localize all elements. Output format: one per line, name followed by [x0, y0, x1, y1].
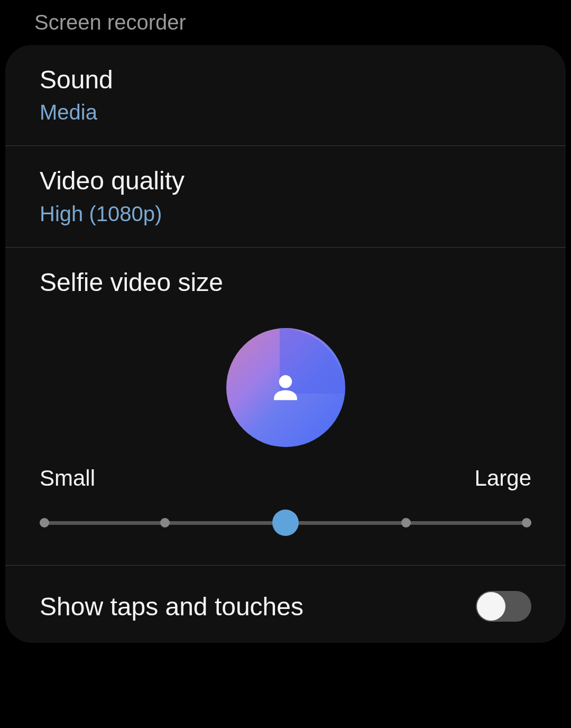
- slider-label-small: Small: [40, 466, 95, 491]
- setting-sound[interactable]: Sound Media: [5, 45, 566, 146]
- setting-selfie-size: Selfie video size Small Large: [5, 248, 566, 566]
- show-taps-toggle[interactable]: [476, 591, 531, 622]
- selfie-preview-container: [40, 328, 531, 447]
- slider-step-0: [40, 518, 49, 527]
- setting-show-taps-title: Show taps and touches: [40, 592, 303, 621]
- svg-point-0: [279, 375, 292, 388]
- setting-sound-value: Media: [40, 101, 531, 124]
- slider-thumb[interactable]: [272, 509, 299, 536]
- slider-step-1: [160, 518, 170, 527]
- setting-video-quality[interactable]: Video quality High (1080p): [5, 146, 566, 247]
- selfie-size-slider[interactable]: [40, 509, 531, 536]
- page-title: Screen recorder: [0, 0, 571, 45]
- toggle-knob: [477, 592, 505, 621]
- selfie-preview-avatar: [226, 328, 345, 447]
- setting-video-quality-title: Video quality: [40, 165, 531, 197]
- setting-video-quality-value: High (1080p): [40, 202, 531, 226]
- slider-step-3: [401, 518, 411, 527]
- slider-labels: Small Large: [40, 466, 531, 491]
- setting-show-taps[interactable]: Show taps and touches: [5, 566, 566, 643]
- setting-selfie-size-title: Selfie video size: [40, 266, 531, 299]
- settings-panel: Sound Media Video quality High (1080p) S…: [5, 45, 566, 643]
- slider-label-large: Large: [475, 466, 531, 491]
- person-icon: [267, 367, 304, 409]
- slider-step-4: [522, 518, 531, 527]
- setting-sound-title: Sound: [40, 63, 531, 96]
